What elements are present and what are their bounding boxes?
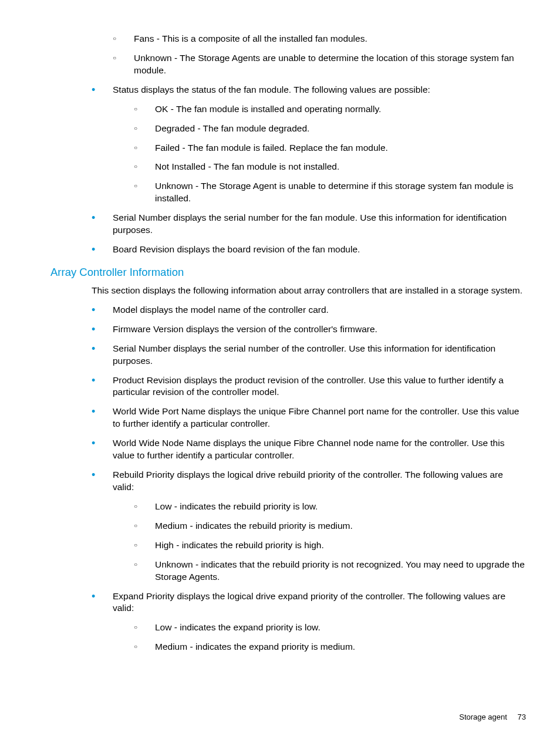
fan-continuation-bullet-wrapper: Fans - This is a composite of all the in…: [92, 33, 526, 77]
list-item-text: Model displays the model name of the con…: [113, 305, 329, 315]
list-item-text: Unknown - The Storage Agents are unable …: [134, 53, 514, 75]
fan-continuation-sublist: Fans - This is a composite of all the in…: [92, 33, 526, 77]
list-item: Unknown - indicates that the rebuild pri…: [134, 559, 526, 583]
list-item: Firmware Version displays the version of…: [92, 323, 526, 336]
list-item-text: Not Installed - The fan module is not in…: [155, 161, 339, 171]
list-item: Unknown - The Storage Agents are unable …: [113, 52, 526, 77]
list-item-text: Firmware Version displays the version of…: [113, 324, 377, 334]
list-item: Status displays the status of the fan mo…: [92, 84, 526, 205]
list-item: Serial Number displays the serial number…: [92, 343, 526, 367]
list-item: Serial Number displays the serial number…: [92, 212, 526, 237]
fan-bullet-list: Status displays the status of the fan mo…: [92, 84, 526, 256]
list-item: Medium - indicates the rebuild priority …: [134, 520, 526, 532]
page-footer: Storage agent 73: [459, 712, 526, 723]
list-item-text: Unknown - The Storage Agent is unable to…: [155, 181, 514, 203]
list-item: Unknown - The Storage Agent is unable to…: [134, 180, 526, 205]
list-item-text: Low - indicates the expand priority is l…: [155, 622, 321, 632]
list-item: Expand Priority displays the logical dri…: [92, 590, 526, 654]
list-item-text: Status displays the status of the fan mo…: [113, 85, 430, 94]
list-item: Medium - indicates the expand priority i…: [134, 641, 526, 653]
content-block: Fans - This is a composite of all the in…: [92, 33, 526, 653]
list-item-text: Board Revision displays the board revisi…: [113, 244, 360, 254]
footer-page-number: 73: [518, 713, 526, 721]
list-item: Low - indicates the rebuild priority is …: [134, 501, 526, 513]
list-item-text: Medium - indicates the rebuild priority …: [155, 521, 353, 531]
list-item-text: Fans - This is a composite of all the in…: [134, 33, 367, 43]
list-item: Low - indicates the expand priority is l…: [134, 622, 526, 634]
list-item: Not Installed - The fan module is not in…: [134, 161, 526, 173]
section-heading-array-controller: Array Controller Information: [50, 265, 526, 280]
list-item-text: Serial Number displays the serial number…: [113, 343, 495, 366]
list-item: High - indicates the rebuild priority is…: [134, 539, 526, 552]
page: Fans - This is a composite of all the in…: [0, 0, 560, 746]
list-item: Fans - This is a composite of all the in…: [113, 33, 526, 45]
list-item: World Wide Port Name displays the unique…: [92, 406, 526, 430]
list-item-text: Expand Priority displays the logical dri…: [113, 591, 505, 613]
list-item-text: OK - The fan module is installed and ope…: [155, 104, 381, 114]
list-item-text: World Wide Port Name displays the unique…: [113, 406, 519, 428]
list-item-text: Medium - indicates the expand priority i…: [155, 642, 355, 652]
list-item: Failed - The fan module is failed. Repla…: [134, 142, 526, 154]
list-item: World Wide Node Name displays the unique…: [92, 437, 526, 462]
expand-priority-sublist: Low - indicates the expand priority is l…: [113, 622, 526, 653]
fan-continuation-holder: Fans - This is a composite of all the in…: [92, 33, 526, 77]
section-intro-paragraph: This section displays the following info…: [92, 285, 526, 297]
list-item-text: Serial Number displays the serial number…: [113, 212, 507, 235]
list-item-text: Degraded - The fan module degraded.: [155, 123, 309, 133]
list-item-text: Unknown - indicates that the rebuild pri…: [155, 559, 525, 582]
list-item-text: Product Revision displays the product re…: [113, 375, 504, 397]
list-item: Product Revision displays the product re…: [92, 374, 526, 399]
list-item: Model displays the model name of the con…: [92, 304, 526, 316]
rebuild-priority-sublist: Low - indicates the rebuild priority is …: [113, 501, 526, 583]
list-item: OK - The fan module is installed and ope…: [134, 103, 526, 116]
list-item-text: High - indicates the rebuild priority is…: [155, 540, 324, 550]
list-item-text: Rebuild Priority displays the logical dr…: [113, 470, 503, 492]
list-item-text: Failed - The fan module is failed. Repla…: [155, 143, 388, 153]
list-item-text: Low - indicates the rebuild priority is …: [155, 501, 318, 511]
list-item: Board Revision displays the board revisi…: [92, 244, 526, 256]
footer-label: Storage agent: [459, 713, 507, 721]
list-item-text: World Wide Node Name displays the unique…: [113, 438, 504, 460]
fan-status-sublist: OK - The fan module is installed and ope…: [113, 103, 526, 205]
list-item: Rebuild Priority displays the logical dr…: [92, 469, 526, 583]
array-bullet-list: Model displays the model name of the con…: [92, 304, 526, 653]
list-item: Degraded - The fan module degraded.: [134, 123, 526, 135]
